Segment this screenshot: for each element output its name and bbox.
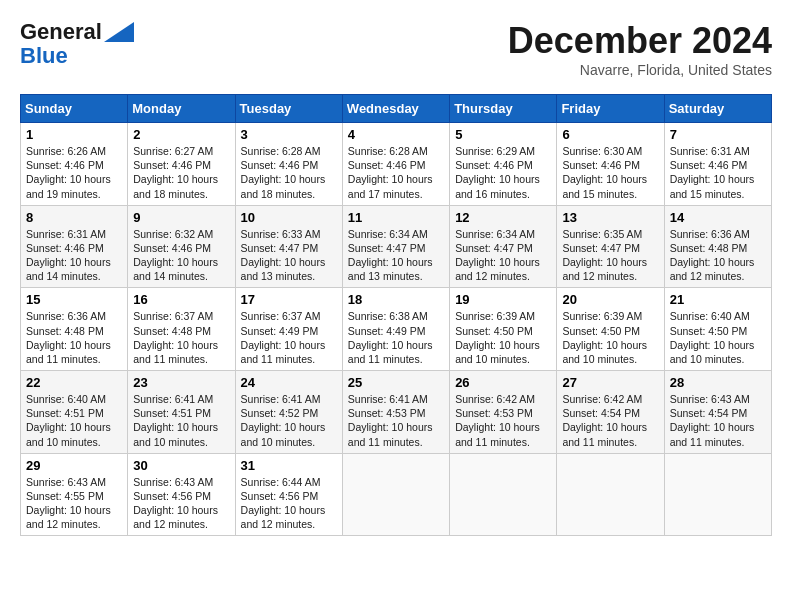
logo: General Blue: [20, 20, 134, 68]
day-number: 16: [133, 292, 229, 307]
day-info: Sunrise: 6:40 AM Sunset: 4:50 PM Dayligh…: [670, 309, 766, 366]
day-number: 29: [26, 458, 122, 473]
day-number: 31: [241, 458, 337, 473]
day-number: 9: [133, 210, 229, 225]
weekday-header-saturday: Saturday: [664, 95, 771, 123]
calendar-cell: 3Sunrise: 6:28 AM Sunset: 4:46 PM Daylig…: [235, 123, 342, 206]
calendar-cell: [342, 453, 449, 536]
day-number: 15: [26, 292, 122, 307]
title-block: December 2024 Navarre, Florida, United S…: [508, 20, 772, 78]
weekday-header-friday: Friday: [557, 95, 664, 123]
calendar-body: 1Sunrise: 6:26 AM Sunset: 4:46 PM Daylig…: [21, 123, 772, 536]
calendar-table: SundayMondayTuesdayWednesdayThursdayFrid…: [20, 94, 772, 536]
day-number: 7: [670, 127, 766, 142]
day-info: Sunrise: 6:36 AM Sunset: 4:48 PM Dayligh…: [26, 309, 122, 366]
calendar-cell: 15Sunrise: 6:36 AM Sunset: 4:48 PM Dayli…: [21, 288, 128, 371]
day-info: Sunrise: 6:39 AM Sunset: 4:50 PM Dayligh…: [455, 309, 551, 366]
calendar-cell: 28Sunrise: 6:43 AM Sunset: 4:54 PM Dayli…: [664, 371, 771, 454]
calendar-cell: 29Sunrise: 6:43 AM Sunset: 4:55 PM Dayli…: [21, 453, 128, 536]
day-info: Sunrise: 6:28 AM Sunset: 4:46 PM Dayligh…: [348, 144, 444, 201]
calendar-cell: 25Sunrise: 6:41 AM Sunset: 4:53 PM Dayli…: [342, 371, 449, 454]
day-number: 23: [133, 375, 229, 390]
calendar-cell: 18Sunrise: 6:38 AM Sunset: 4:49 PM Dayli…: [342, 288, 449, 371]
calendar-cell: 2Sunrise: 6:27 AM Sunset: 4:46 PM Daylig…: [128, 123, 235, 206]
calendar-cell: 16Sunrise: 6:37 AM Sunset: 4:48 PM Dayli…: [128, 288, 235, 371]
calendar-week-2: 8Sunrise: 6:31 AM Sunset: 4:46 PM Daylig…: [21, 205, 772, 288]
day-info: Sunrise: 6:34 AM Sunset: 4:47 PM Dayligh…: [455, 227, 551, 284]
calendar-cell: 8Sunrise: 6:31 AM Sunset: 4:46 PM Daylig…: [21, 205, 128, 288]
day-info: Sunrise: 6:35 AM Sunset: 4:47 PM Dayligh…: [562, 227, 658, 284]
calendar-week-4: 22Sunrise: 6:40 AM Sunset: 4:51 PM Dayli…: [21, 371, 772, 454]
day-number: 3: [241, 127, 337, 142]
calendar-cell: 21Sunrise: 6:40 AM Sunset: 4:50 PM Dayli…: [664, 288, 771, 371]
location: Navarre, Florida, United States: [508, 62, 772, 78]
day-number: 10: [241, 210, 337, 225]
calendar-cell: 7Sunrise: 6:31 AM Sunset: 4:46 PM Daylig…: [664, 123, 771, 206]
day-number: 8: [26, 210, 122, 225]
day-info: Sunrise: 6:38 AM Sunset: 4:49 PM Dayligh…: [348, 309, 444, 366]
calendar-cell: 11Sunrise: 6:34 AM Sunset: 4:47 PM Dayli…: [342, 205, 449, 288]
calendar-cell: 22Sunrise: 6:40 AM Sunset: 4:51 PM Dayli…: [21, 371, 128, 454]
calendar-cell: [664, 453, 771, 536]
day-info: Sunrise: 6:32 AM Sunset: 4:46 PM Dayligh…: [133, 227, 229, 284]
day-info: Sunrise: 6:42 AM Sunset: 4:53 PM Dayligh…: [455, 392, 551, 449]
day-info: Sunrise: 6:37 AM Sunset: 4:48 PM Dayligh…: [133, 309, 229, 366]
calendar-week-3: 15Sunrise: 6:36 AM Sunset: 4:48 PM Dayli…: [21, 288, 772, 371]
day-number: 30: [133, 458, 229, 473]
calendar-cell: [450, 453, 557, 536]
day-number: 24: [241, 375, 337, 390]
calendar-cell: 6Sunrise: 6:30 AM Sunset: 4:46 PM Daylig…: [557, 123, 664, 206]
day-info: Sunrise: 6:40 AM Sunset: 4:51 PM Dayligh…: [26, 392, 122, 449]
day-info: Sunrise: 6:43 AM Sunset: 4:54 PM Dayligh…: [670, 392, 766, 449]
day-info: Sunrise: 6:41 AM Sunset: 4:53 PM Dayligh…: [348, 392, 444, 449]
day-info: Sunrise: 6:34 AM Sunset: 4:47 PM Dayligh…: [348, 227, 444, 284]
day-info: Sunrise: 6:33 AM Sunset: 4:47 PM Dayligh…: [241, 227, 337, 284]
calendar-header-row: SundayMondayTuesdayWednesdayThursdayFrid…: [21, 95, 772, 123]
day-info: Sunrise: 6:31 AM Sunset: 4:46 PM Dayligh…: [26, 227, 122, 284]
calendar-cell: 20Sunrise: 6:39 AM Sunset: 4:50 PM Dayli…: [557, 288, 664, 371]
day-number: 19: [455, 292, 551, 307]
weekday-header-tuesday: Tuesday: [235, 95, 342, 123]
day-number: 17: [241, 292, 337, 307]
month-title: December 2024: [508, 20, 772, 62]
day-number: 27: [562, 375, 658, 390]
calendar-cell: 23Sunrise: 6:41 AM Sunset: 4:51 PM Dayli…: [128, 371, 235, 454]
day-number: 4: [348, 127, 444, 142]
calendar-cell: 19Sunrise: 6:39 AM Sunset: 4:50 PM Dayli…: [450, 288, 557, 371]
day-info: Sunrise: 6:41 AM Sunset: 4:52 PM Dayligh…: [241, 392, 337, 449]
calendar-cell: 12Sunrise: 6:34 AM Sunset: 4:47 PM Dayli…: [450, 205, 557, 288]
weekday-header-sunday: Sunday: [21, 95, 128, 123]
day-info: Sunrise: 6:30 AM Sunset: 4:46 PM Dayligh…: [562, 144, 658, 201]
day-number: 11: [348, 210, 444, 225]
day-info: Sunrise: 6:27 AM Sunset: 4:46 PM Dayligh…: [133, 144, 229, 201]
calendar-cell: 26Sunrise: 6:42 AM Sunset: 4:53 PM Dayli…: [450, 371, 557, 454]
day-number: 20: [562, 292, 658, 307]
day-info: Sunrise: 6:28 AM Sunset: 4:46 PM Dayligh…: [241, 144, 337, 201]
day-number: 14: [670, 210, 766, 225]
calendar-week-1: 1Sunrise: 6:26 AM Sunset: 4:46 PM Daylig…: [21, 123, 772, 206]
page-header: General Blue December 2024 Navarre, Flor…: [20, 20, 772, 78]
day-info: Sunrise: 6:44 AM Sunset: 4:56 PM Dayligh…: [241, 475, 337, 532]
calendar-cell: 30Sunrise: 6:43 AM Sunset: 4:56 PM Dayli…: [128, 453, 235, 536]
calendar-cell: 1Sunrise: 6:26 AM Sunset: 4:46 PM Daylig…: [21, 123, 128, 206]
calendar-cell: 17Sunrise: 6:37 AM Sunset: 4:49 PM Dayli…: [235, 288, 342, 371]
day-number: 12: [455, 210, 551, 225]
logo-general: General: [20, 19, 102, 44]
day-number: 25: [348, 375, 444, 390]
day-info: Sunrise: 6:43 AM Sunset: 4:55 PM Dayligh…: [26, 475, 122, 532]
logo-blue: Blue: [20, 44, 68, 68]
calendar-week-5: 29Sunrise: 6:43 AM Sunset: 4:55 PM Dayli…: [21, 453, 772, 536]
day-info: Sunrise: 6:26 AM Sunset: 4:46 PM Dayligh…: [26, 144, 122, 201]
day-number: 5: [455, 127, 551, 142]
day-number: 18: [348, 292, 444, 307]
calendar-cell: 10Sunrise: 6:33 AM Sunset: 4:47 PM Dayli…: [235, 205, 342, 288]
logo-icon: [104, 22, 134, 42]
day-number: 21: [670, 292, 766, 307]
day-info: Sunrise: 6:42 AM Sunset: 4:54 PM Dayligh…: [562, 392, 658, 449]
calendar-cell: 9Sunrise: 6:32 AM Sunset: 4:46 PM Daylig…: [128, 205, 235, 288]
calendar-cell: 5Sunrise: 6:29 AM Sunset: 4:46 PM Daylig…: [450, 123, 557, 206]
day-info: Sunrise: 6:31 AM Sunset: 4:46 PM Dayligh…: [670, 144, 766, 201]
day-info: Sunrise: 6:41 AM Sunset: 4:51 PM Dayligh…: [133, 392, 229, 449]
calendar-cell: 4Sunrise: 6:28 AM Sunset: 4:46 PM Daylig…: [342, 123, 449, 206]
day-number: 28: [670, 375, 766, 390]
